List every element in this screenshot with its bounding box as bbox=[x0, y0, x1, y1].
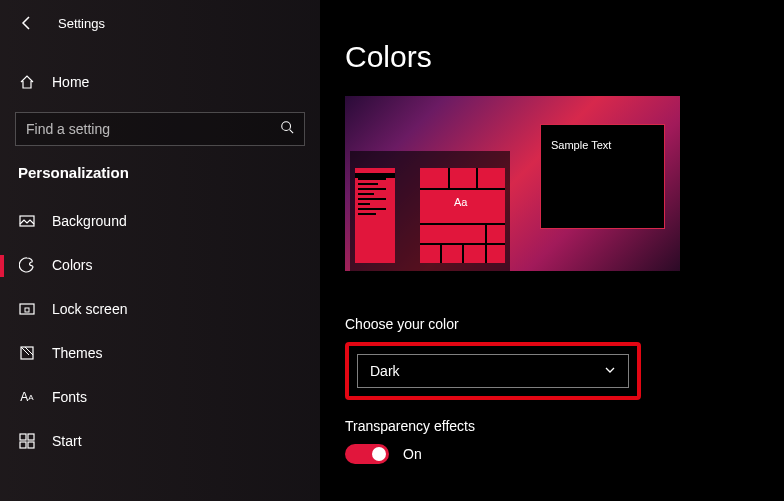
active-indicator bbox=[0, 255, 4, 277]
sidebar-item-lockscreen[interactable]: Lock screen bbox=[0, 287, 320, 331]
svg-rect-7 bbox=[20, 442, 26, 448]
preview-bars bbox=[358, 178, 386, 215]
choose-color-label: Choose your color bbox=[345, 316, 754, 332]
svg-rect-5 bbox=[20, 434, 26, 440]
sidebar-item-label: Start bbox=[52, 433, 82, 449]
search-box[interactable] bbox=[15, 112, 305, 146]
sidebar-item-start[interactable]: Start bbox=[0, 419, 320, 463]
preview-window-text: Sample Text bbox=[551, 139, 611, 151]
sidebar-item-label: Background bbox=[52, 213, 127, 229]
transparency-label: Transparency effects bbox=[345, 418, 754, 434]
lockscreen-icon bbox=[18, 300, 36, 318]
dropdown-value: Dark bbox=[370, 363, 400, 379]
category-title: Personalization bbox=[18, 164, 320, 181]
start-icon bbox=[18, 432, 36, 450]
svg-rect-3 bbox=[25, 308, 29, 312]
search-input[interactable] bbox=[26, 121, 280, 137]
toggle-state: On bbox=[403, 446, 422, 462]
home-nav[interactable]: Home bbox=[0, 60, 320, 104]
sidebar-item-label: Lock screen bbox=[52, 301, 127, 317]
sidebar-item-label: Themes bbox=[52, 345, 103, 361]
svg-rect-1 bbox=[20, 216, 34, 226]
sidebar-item-fonts[interactable]: AA Fonts bbox=[0, 375, 320, 419]
transparency-toggle[interactable] bbox=[345, 444, 389, 464]
search-icon bbox=[280, 120, 294, 138]
main-content: Colors Aa Sampl bbox=[320, 0, 784, 501]
toggle-knob-icon bbox=[372, 447, 386, 461]
palette-icon bbox=[18, 256, 36, 274]
tile-grid-icon bbox=[420, 168, 505, 263]
fonts-icon: AA bbox=[18, 388, 36, 406]
sidebar-item-background[interactable]: Background bbox=[0, 199, 320, 243]
chevron-down-icon bbox=[604, 363, 616, 379]
sidebar-item-label: Colors bbox=[52, 257, 92, 273]
svg-rect-6 bbox=[28, 434, 34, 440]
preview-window: Sample Text bbox=[540, 124, 665, 229]
themes-icon bbox=[18, 344, 36, 362]
color-preview: Aa Sample Text bbox=[345, 96, 680, 271]
svg-rect-8 bbox=[28, 442, 34, 448]
picture-icon bbox=[18, 212, 36, 230]
home-icon bbox=[18, 73, 36, 91]
svg-point-0 bbox=[282, 122, 291, 131]
window-title: Settings bbox=[58, 16, 105, 31]
back-button[interactable] bbox=[18, 14, 36, 32]
sidebar-item-themes[interactable]: Themes bbox=[0, 331, 320, 375]
preview-left-panel bbox=[355, 168, 395, 263]
arrow-left-icon bbox=[19, 15, 35, 31]
color-mode-dropdown[interactable]: Dark bbox=[357, 354, 629, 388]
home-label: Home bbox=[52, 74, 89, 90]
sidebar-item-label: Fonts bbox=[52, 389, 87, 405]
settings-sidebar: Settings Home Personalization Background… bbox=[0, 0, 320, 501]
highlight-annotation: Dark bbox=[345, 342, 641, 400]
sidebar-item-colors[interactable]: Colors bbox=[0, 243, 320, 287]
preview-tiles: Aa bbox=[420, 168, 505, 263]
page-title: Colors bbox=[345, 40, 754, 74]
